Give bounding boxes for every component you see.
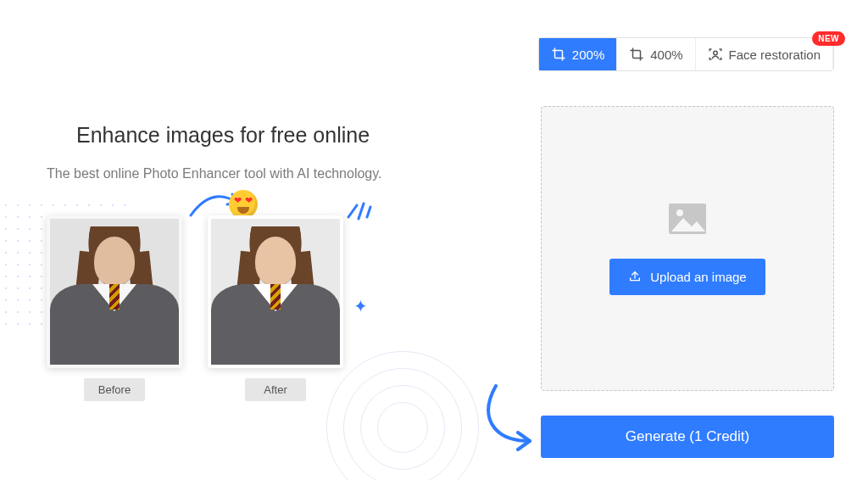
svg-line-0 — [348, 205, 357, 217]
image-placeholder-icon — [668, 203, 707, 235]
tab-200[interactable]: 200% — [539, 38, 617, 70]
pointer-arrow-icon — [479, 382, 547, 458]
page-title: Enhance images for free online — [76, 123, 437, 148]
mode-tabs: 200% 400% Face restoration NEW — [538, 37, 834, 71]
tab-400-label: 400% — [650, 47, 682, 62]
before-image — [47, 215, 182, 368]
new-badge: NEW — [812, 31, 845, 46]
sparkle-star-icon: ✦ — [353, 296, 368, 316]
before-label: Before — [84, 378, 145, 401]
svg-point-3 — [713, 51, 717, 55]
svg-point-5 — [676, 209, 683, 216]
heart-eyes-emoji-icon — [229, 190, 258, 219]
svg-line-2 — [367, 207, 370, 217]
page-subtitle: The best online Photo Enhancer tool with… — [47, 166, 437, 181]
face-scan-icon — [708, 47, 723, 62]
tab-face-label: Face restoration — [729, 47, 821, 62]
decorative-rings — [335, 360, 470, 480]
crop-icon — [551, 47, 566, 62]
upload-button[interactable]: Upload an image — [609, 259, 765, 295]
svg-line-1 — [359, 204, 364, 219]
after-card: After — [208, 215, 343, 401]
tab-400[interactable]: 400% — [617, 38, 695, 70]
upload-icon — [628, 270, 642, 283]
sparkle-lines-icon — [345, 197, 374, 220]
crop-icon — [629, 47, 644, 62]
tab-200-label: 200% — [572, 47, 604, 62]
after-image — [208, 215, 343, 368]
after-label: After — [245, 378, 306, 401]
generate-button[interactable]: Generate (1 Credit) — [541, 416, 834, 458]
before-card: Before — [47, 215, 182, 401]
upload-button-label: Upload an image — [650, 270, 746, 284]
before-after-compare: ✦ Before After — [47, 215, 437, 401]
tab-face-restoration[interactable]: Face restoration — [696, 38, 833, 70]
upload-dropzone[interactable]: Upload an image — [541, 106, 834, 391]
